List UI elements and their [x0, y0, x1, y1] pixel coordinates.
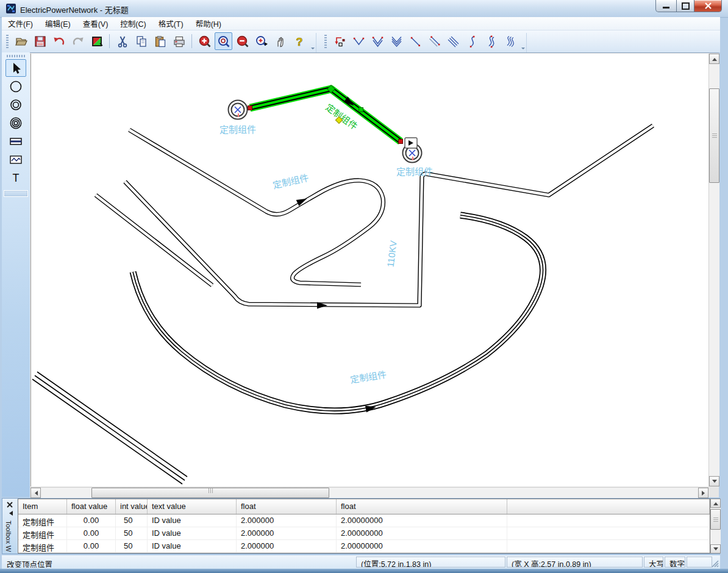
toolbar-grip[interactable] [6, 35, 9, 48]
component-label[interactable]: 定制组件 [272, 173, 310, 191]
endpoint-handle[interactable] [399, 140, 403, 144]
toolbar-overflow[interactable] [521, 33, 527, 52]
double-circle-tool-button[interactable] [5, 96, 26, 113]
column-header-float-value[interactable]: float value [67, 499, 116, 514]
scroll-up-button[interactable] [710, 499, 721, 508]
zoom-in-button[interactable] [196, 32, 213, 50]
line-single-button[interactable] [406, 32, 424, 50]
maximize-button[interactable] [677, 0, 694, 12]
pan-button[interactable] [271, 32, 289, 50]
line-single-icon [409, 35, 422, 48]
move-vertex-button[interactable] [330, 32, 348, 50]
zoom-window-icon [255, 35, 268, 48]
drawing-canvas[interactable]: 定制组件 110KV 定制组件 定制组件 定制组件 [30, 54, 708, 486]
curve-triple-button[interactable] [501, 32, 518, 50]
column-header-text-value[interactable]: text value [148, 499, 237, 514]
panel-close-button[interactable] [5, 500, 14, 509]
paste-button[interactable] [151, 32, 169, 50]
vscroll-thumb[interactable] [709, 88, 719, 183]
polyline-triple-button[interactable] [387, 32, 405, 50]
canvas-vscrollbar[interactable] [708, 54, 719, 486]
pan-hand-icon [274, 35, 287, 48]
undo-button[interactable] [50, 32, 68, 50]
curve-single-button[interactable] [463, 32, 480, 50]
scroll-left-button[interactable] [30, 488, 41, 498]
zoom-out-button[interactable] [234, 32, 251, 50]
component-label[interactable]: 定制组件 [396, 166, 433, 177]
zoom-window-button[interactable] [252, 32, 270, 50]
table-vscrollbar[interactable] [710, 499, 721, 553]
close-button[interactable] [694, 0, 722, 12]
voltage-label[interactable]: 110KV [385, 240, 398, 268]
terminal-component[interactable] [229, 101, 248, 119]
table-row[interactable]: 定制组件 0.00 50 ID value 2.000000 2.0000000… [18, 514, 710, 527]
line-double-button[interactable] [425, 32, 443, 50]
curve-double-button[interactable] [482, 32, 499, 50]
zoom-out-icon [236, 35, 249, 48]
minimize-icon [663, 7, 669, 9]
title-bar[interactable]: ElectricPowerNetwork - 无标题 [0, 0, 728, 18]
hscroll-thumb[interactable] [91, 488, 329, 498]
feeder-line-triple-sweep[interactable] [133, 215, 543, 411]
save-button[interactable] [31, 32, 49, 50]
column-header-float2[interactable]: float [337, 499, 507, 514]
line-triple-button[interactable] [444, 32, 462, 50]
scroll-up-button[interactable] [709, 54, 719, 64]
vscroll-thumb[interactable] [710, 509, 721, 530]
arrow-down-icon [712, 480, 717, 485]
menu-control[interactable]: 控制(C) [114, 16, 152, 30]
menu-format[interactable]: 格式(T) [152, 16, 190, 30]
window-title: ElectricPowerNetwork - 无标题 [20, 4, 129, 15]
panel-collapse-button[interactable] [7, 511, 13, 516]
table-row-partial[interactable]: 定制组件 0.00 50 ID value 2.000000 2.0000000… [18, 553, 710, 553]
segment-handle[interactable] [359, 108, 363, 112]
menu-file[interactable]: 文件(F) [2, 16, 39, 30]
print-button[interactable] [170, 32, 188, 50]
cut-button[interactable] [113, 32, 131, 50]
feeder-line-short[interactable] [96, 195, 212, 285]
toolbox-resize-handle[interactable] [4, 190, 28, 197]
copy-button[interactable] [132, 32, 150, 50]
zoom-button[interactable] [215, 32, 232, 50]
table-row[interactable]: 定制组件 0.00 50 ID value 2.000000 2.0000000… [18, 527, 710, 540]
menu-help[interactable]: 帮助(H) [190, 16, 227, 30]
column-header-float1[interactable]: float [237, 499, 337, 514]
redo-button[interactable] [69, 32, 87, 50]
scroll-down-button[interactable] [709, 476, 719, 486]
menu-view[interactable]: 查看(V) [77, 16, 115, 30]
minimize-button[interactable] [655, 0, 677, 12]
polyline-single-button[interactable] [349, 32, 367, 50]
column-header-int-value[interactable]: int value [116, 499, 148, 514]
polyline-double-button[interactable] [368, 32, 386, 50]
toolbox-grip[interactable] [7, 55, 25, 57]
column-header-item[interactable]: Item [18, 499, 67, 514]
open-button[interactable] [12, 32, 30, 50]
menu-edit[interactable]: 编辑(E) [39, 16, 77, 30]
busbar-tool-button[interactable] [5, 132, 26, 150]
property-table[interactable]: Item float value int value text value fl… [18, 499, 710, 553]
table-row[interactable]: 定制组件 0.00 50 ID value 2.000000 2.0000000… [18, 540, 710, 553]
polyline-box-tool-button[interactable] [5, 151, 26, 168]
circle-tool-button[interactable] [5, 77, 26, 95]
fill-color-button[interactable] [88, 32, 105, 50]
close-icon [7, 502, 13, 508]
text-tool-button[interactable]: T [5, 169, 26, 187]
column-header-empty[interactable] [507, 499, 710, 514]
toolbar-grip[interactable] [324, 35, 327, 48]
multi-circle-tool-button[interactable] [5, 114, 26, 132]
feeder-line-triple-diagonal[interactable] [32, 372, 187, 484]
endpoint-handle[interactable] [248, 106, 252, 110]
resize-grip[interactable] [713, 555, 720, 569]
feeder-line-hairpin[interactable] [129, 130, 384, 285]
component-label[interactable]: 定制组件 [349, 369, 387, 385]
scroll-right-button[interactable] [698, 488, 708, 498]
canvas-hscrollbar[interactable] [30, 487, 708, 498]
toolbar-overflow[interactable] [310, 33, 316, 52]
component-label[interactable]: 定制组件 [219, 124, 256, 135]
move-vertex-icon [333, 35, 346, 48]
select-tool-button[interactable] [5, 59, 26, 77]
play-marker[interactable] [405, 138, 417, 148]
scroll-down-button[interactable] [710, 544, 721, 553]
help-button[interactable]: ? [290, 32, 308, 50]
selected-line[interactable] [250, 89, 401, 141]
